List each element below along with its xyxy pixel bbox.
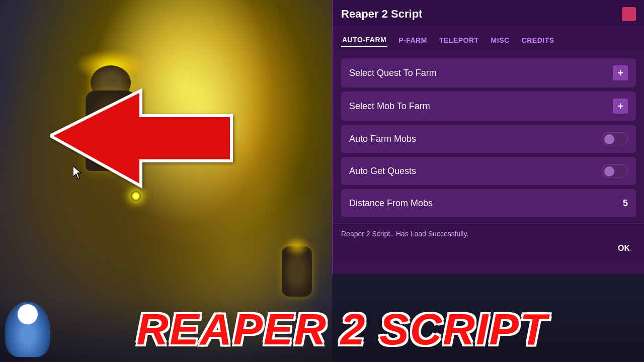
tab-teleport[interactable]: TELEPORT <box>438 34 480 46</box>
tab-p-farm[interactable]: P-FARM <box>397 34 428 46</box>
mouse-cursor <box>73 166 83 181</box>
ok-button[interactable]: OK <box>612 242 636 255</box>
content-area: Select Quest To Farm + Select Mob To Far… <box>333 52 644 223</box>
tab-auto-farm[interactable]: AUTO-FARM <box>341 34 387 47</box>
select-mob-label: Select Mob To Farm <box>349 101 430 112</box>
ui-panel: Reaper 2 Script AUTO-FARM P-FARM TELEPOR… <box>332 0 644 274</box>
auto-get-quests-toggle[interactable] <box>602 164 628 177</box>
select-mob-row: Select Mob To Farm + <box>341 92 636 121</box>
tab-misc[interactable]: MISC <box>490 34 511 46</box>
char2-glow <box>284 236 309 256</box>
select-quest-plus-button[interactable]: + <box>613 65 628 80</box>
channel-icon <box>5 302 50 357</box>
select-mob-plus-button[interactable]: + <box>613 99 628 114</box>
panel-title: Reaper 2 Script <box>341 8 422 21</box>
toggle-knob-2 <box>604 166 614 176</box>
status-message: Reaper 2 Script.. Has Load Successfully. <box>341 230 636 238</box>
auto-farm-mobs-toggle[interactable] <box>602 132 628 145</box>
nav-tabs: AUTO-FARM P-FARM TELEPORT MISC CREDITS <box>333 28 644 52</box>
auto-get-quests-label: Auto Get Quests <box>349 166 416 176</box>
auto-get-quests-row: Auto Get Quests <box>341 157 636 185</box>
toggle-knob <box>604 134 614 144</box>
bottom-title-bar: REAPER 2 SCRIPT <box>0 297 644 362</box>
title-bar: Reaper 2 Script <box>333 0 644 28</box>
auto-farm-mobs-row: Auto Farm Mobs <box>341 125 636 153</box>
select-quest-label: Select Quest To Farm <box>349 68 437 78</box>
distance-value: 5 <box>623 198 628 209</box>
status-bar: Reaper 2 Script.. Has Load Successfully.… <box>333 223 644 259</box>
auto-farm-mobs-label: Auto Farm Mobs <box>349 134 416 144</box>
tab-credits[interactable]: CREDITS <box>521 34 555 46</box>
bottom-title-text: REAPER 2 SCRIPT <box>136 304 547 355</box>
select-quest-row: Select Quest To Farm + <box>341 58 636 87</box>
svg-marker-1 <box>73 166 81 179</box>
distance-from-mobs-label: Distance From Mobs <box>349 198 433 209</box>
red-arrow <box>50 75 242 216</box>
char2-body <box>282 246 312 297</box>
distance-from-mobs-row: Distance From Mobs 5 <box>341 189 636 217</box>
close-button[interactable] <box>622 7 636 21</box>
